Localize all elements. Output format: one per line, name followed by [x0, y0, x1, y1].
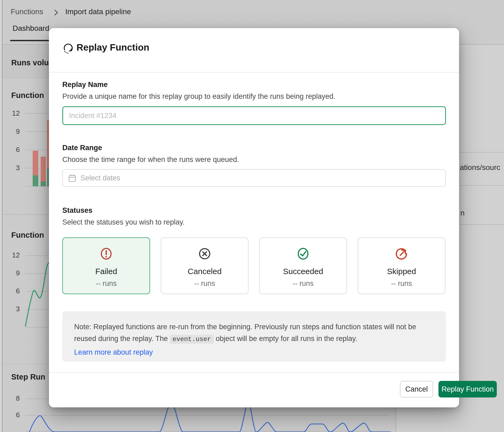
status-card-name: Succeeded: [283, 267, 323, 276]
status-card-runs: -- runs: [96, 279, 117, 288]
skip-arrow-icon: [395, 247, 408, 260]
status-card-failed[interactable]: Failed -- runs: [62, 237, 150, 294]
date-range-input[interactable]: [81, 174, 441, 182]
replay-icon: [62, 43, 74, 54]
modal-title: Replay Function: [77, 42, 149, 53]
status-card-succeeded[interactable]: Succeeded -- runs: [259, 237, 347, 294]
date-range-picker[interactable]: [62, 169, 446, 187]
replay-note: Note: Replayed functions are re-run from…: [62, 311, 446, 362]
calendar-icon: [68, 173, 77, 183]
statuses-description: Select the statuses you wish to replay.: [62, 218, 185, 226]
status-card-name: Canceled: [188, 267, 222, 276]
check-circle-icon: [296, 247, 310, 260]
learn-more-link[interactable]: Learn more about replay: [74, 346, 153, 358]
status-cards: Failed -- runs Canceled -- runs Succeede…: [62, 237, 446, 294]
app-screen: Functions Import data pipeline Dashboard…: [0, 0, 504, 432]
statuses-label: Statuses: [62, 206, 93, 215]
status-card-canceled[interactable]: Canceled -- runs: [161, 237, 249, 294]
replay-function-modal: Replay Function Replay Name Provide a un…: [49, 28, 459, 407]
header-divider: [49, 72, 459, 73]
alert-circle-icon: [100, 247, 113, 260]
note-text: object will be empty for all runs in the…: [214, 335, 357, 343]
replay-function-button[interactable]: Replay Function: [438, 381, 497, 397]
replay-name-description: Provide a unique name for this replay gr…: [62, 92, 335, 101]
replay-name-input[interactable]: [62, 106, 446, 125]
status-card-runs: -- runs: [194, 279, 215, 288]
date-range-label: Date Range: [62, 144, 102, 152]
status-card-name: Failed: [95, 267, 117, 276]
status-card-name: Skipped: [387, 267, 416, 276]
status-card-runs: -- runs: [293, 279, 314, 288]
status-card-skipped[interactable]: Skipped -- runs: [358, 237, 445, 294]
replay-name-label: Replay Name: [62, 81, 108, 89]
cancel-button[interactable]: Cancel: [400, 381, 433, 397]
date-range-description: Choose the time range for when the runs …: [62, 156, 239, 164]
note-code-chip: event.user: [170, 335, 214, 344]
status-card-runs: -- runs: [391, 279, 412, 288]
footer-divider: [49, 372, 459, 373]
x-circle-icon: [198, 247, 211, 260]
